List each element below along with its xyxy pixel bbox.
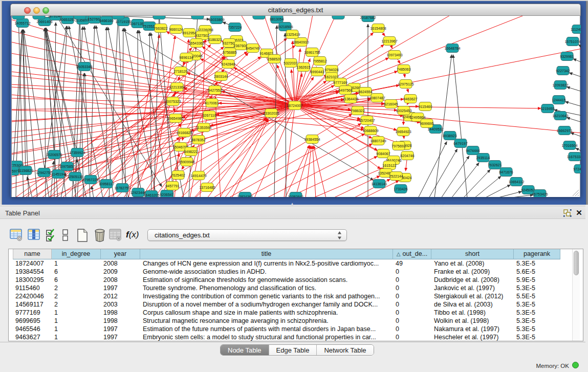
graph-edge[interactable] (159, 16, 173, 197)
table-cell[interactable]: 1997 (101, 325, 140, 333)
table-cell[interactable]: 18724007 (13, 259, 52, 268)
table-cell[interactable]: Stergiakouli et al. (2012) (431, 292, 514, 300)
table-cell[interactable]: 0 (393, 300, 431, 309)
table-cell[interactable]: 9699695 (13, 317, 52, 325)
graph-node[interactable] (153, 16, 165, 19)
column-header-pagerank[interactable]: pagerank (514, 249, 560, 259)
tab-node-table[interactable]: Node Table (221, 345, 269, 355)
table-cell[interactable]: Hescheler et al. (1997) (431, 333, 514, 341)
table-row[interactable]: 1872400712008Changes of HCN gene express… (13, 259, 560, 268)
table-cell[interactable]: 0 (393, 284, 431, 292)
table-cell[interactable]: 5.3E-5 (514, 333, 560, 341)
table-cell[interactable]: 5.3E-5 (514, 284, 560, 292)
table-cell[interactable]: 22420046 (13, 292, 52, 300)
table-cell[interactable]: 2008 (101, 259, 140, 268)
graph-edge[interactable] (567, 118, 581, 124)
graph-edge[interactable] (287, 157, 377, 198)
table-panel-header[interactable]: Table Panel ✕ ▲ (0, 206, 585, 219)
column-header-year[interactable]: year (101, 249, 140, 259)
graph-edge[interactable] (109, 16, 118, 197)
graph-edge[interactable] (569, 73, 581, 79)
column-header-out-de-[interactable]: △out_de... (393, 249, 431, 259)
table-cell[interactable]: 2003 (101, 300, 140, 309)
table-row[interactable]: 977716911998Corpus callosum shape and si… (13, 309, 560, 317)
graph-edge[interactable] (571, 133, 581, 139)
table-row[interactable]: 1456911722003Disruption of a novel membe… (13, 300, 560, 309)
graph-edge[interactable] (215, 97, 221, 197)
column-header-in-degree[interactable]: in_degree (52, 249, 101, 259)
graph-edge[interactable] (46, 28, 77, 152)
table-cell[interactable]: 14569117 (13, 300, 52, 309)
table-cell[interactable]: 5.6E-5 (514, 268, 560, 276)
table-cell[interactable]: 2 (52, 292, 101, 300)
scrollbar-thumb[interactable] (574, 251, 579, 275)
table-cell[interactable]: Structural magnetic resonance image aver… (140, 317, 393, 325)
table-cell[interactable]: 2009 (101, 268, 140, 276)
table-cell[interactable]: 1998 (101, 317, 140, 325)
table-cell[interactable]: Estimation of significance thresholds fo… (140, 276, 393, 284)
table-cell[interactable]: 5.5E-5 (514, 292, 560, 300)
graph-edge[interactable] (314, 146, 326, 197)
table-cell[interactable]: 0 (393, 268, 431, 276)
graph-node[interactable] (74, 16, 86, 19)
graph-edge[interactable] (418, 142, 447, 197)
graph-edge[interactable] (496, 191, 521, 197)
table-cell[interactable]: 9777169 (13, 309, 52, 317)
table-cell[interactable]: 9115460 (13, 284, 52, 292)
graph-edge[interactable] (246, 134, 365, 197)
table-cell[interactable]: 1 (52, 259, 101, 268)
table-cell[interactable]: Tibbo et al. (1998) (431, 309, 514, 317)
table-cell[interactable]: 0 (393, 309, 431, 317)
column-header-title[interactable]: title (140, 249, 393, 259)
table-cell[interactable]: Changes of HCN gene expression and I(f) … (140, 259, 393, 268)
table-cell[interactable]: Investigating the contribution of common… (140, 292, 393, 300)
table-cell[interactable]: 5.3E-5 (514, 309, 560, 317)
graph-edge[interactable] (508, 195, 533, 197)
window-titlebar[interactable]: citations_edges.txt (10, 4, 581, 16)
graph-edge[interactable] (84, 27, 114, 197)
table-row[interactable]: 1830029562008Estimation of significance … (13, 276, 560, 284)
graph-edge[interactable] (580, 160, 581, 165)
graph-edge[interactable] (181, 118, 267, 197)
table-cell[interactable]: Franke et al. (2009) (431, 268, 514, 276)
graph-edge[interactable] (429, 149, 458, 197)
panel-splitter-handle[interactable]: ▲ (290, 203, 297, 206)
table-cell[interactable]: 5.3E-5 (514, 300, 560, 309)
table-cell[interactable]: Estimation of the future numbers of pati… (140, 325, 393, 333)
delete-table-disabled-icon[interactable] (109, 229, 122, 242)
table-cell[interactable]: 0 (393, 333, 431, 341)
canvas-resize-grip[interactable] (571, 188, 579, 196)
table-cell[interactable]: 0 (393, 292, 431, 300)
network-graph[interactable]: 1405571220691406187914051065325721358971… (12, 16, 581, 197)
table-cell[interactable]: 6 (52, 276, 101, 284)
table-cell[interactable]: Nakamura et al. (1997) (431, 325, 514, 333)
table-cell[interactable]: 19384554 (13, 268, 52, 276)
table-cell[interactable]: Corpus callosum shape and size in male p… (140, 309, 393, 317)
column-header-name[interactable]: name (13, 249, 52, 259)
show-column-icon[interactable] (28, 229, 41, 242)
network-canvas[interactable]: 1405571220691406187914051065325721358971… (11, 16, 580, 197)
table-cell[interactable]: 1997 (101, 284, 140, 292)
graph-edge[interactable] (69, 26, 103, 197)
graph-edge[interactable] (474, 176, 501, 197)
table-cell[interactable]: 1997 (101, 333, 140, 341)
table-row[interactable]: 2242004622012Investigating the contribut… (13, 292, 560, 300)
graph-edge[interactable] (46, 28, 67, 166)
table-cell[interactable]: 2008 (101, 276, 140, 284)
table-cell[interactable]: Wolkin et al. (1998) (431, 317, 514, 325)
table-cell[interactable]: 1998 (101, 309, 140, 317)
table-cell[interactable]: 0 (393, 317, 431, 325)
table-cell[interactable]: 18300295 (13, 276, 52, 284)
table-cell[interactable]: 2012 (101, 292, 140, 300)
table-row[interactable]: 946554611997Estimation of the future num… (13, 325, 560, 333)
table-cell[interactable]: Tourette syndrome. Phenomenology and cla… (140, 284, 393, 292)
tab-network-table[interactable]: Network Table (317, 345, 373, 355)
table-cell[interactable]: 1 (52, 309, 101, 317)
table-row[interactable]: 1938455462009Genome-wide association stu… (13, 268, 560, 276)
table-cell[interactable]: 5.3E-5 (514, 317, 560, 325)
table-row[interactable]: 946362711997Embryonic stem cells: a mode… (13, 333, 560, 341)
graph-edge[interactable] (138, 30, 138, 192)
graph-node[interactable] (33, 16, 45, 19)
table-cell[interactable]: 6 (52, 268, 101, 276)
graph-edge[interactable] (225, 105, 295, 197)
